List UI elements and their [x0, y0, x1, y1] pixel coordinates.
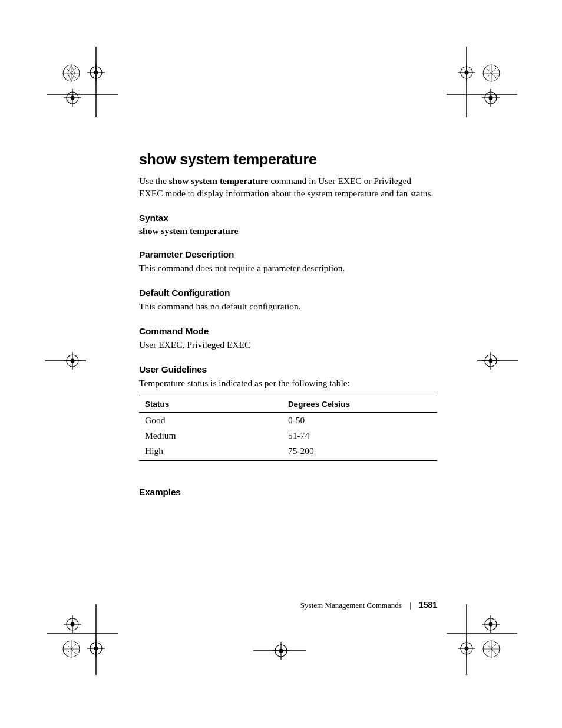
registration-rosette-icon — [482, 640, 501, 658]
registration-target-icon — [87, 640, 105, 657]
registration-rosette-icon — [62, 64, 81, 83]
intro-paragraph: Use the show system temperature command … — [139, 175, 437, 200]
registration-target-icon — [458, 64, 475, 81]
guidelines-heading: User Guidelines — [139, 364, 437, 375]
footer-chapter: System Management Commands — [300, 601, 402, 610]
registration-target-icon — [272, 642, 290, 660]
page-footer: System Management Commands | 1581 — [139, 600, 437, 610]
registration-mark-icon — [88, 47, 104, 117]
cell-status: High — [139, 443, 282, 461]
registration-mark-icon — [458, 47, 475, 117]
examples-heading: Examples — [139, 487, 437, 498]
syntax-command: show system temperature — [139, 226, 437, 236]
command-title: show system temperature — [139, 151, 437, 168]
table-row: Medium 51-74 — [139, 428, 437, 443]
footer-page-number: 1581 — [419, 600, 437, 610]
registration-mark-icon — [47, 86, 118, 103]
cell-degrees: 75-200 — [282, 443, 437, 461]
table-header-status: Status — [139, 396, 282, 412]
registration-target-icon — [482, 352, 500, 370]
svg-line-8 — [68, 65, 71, 73]
default-body: This command has no default configuratio… — [139, 301, 437, 313]
intro-command: show system temperature — [169, 176, 268, 186]
mode-heading: Command Mode — [139, 326, 437, 337]
table-header-degrees: Degrees Celsius — [282, 396, 437, 412]
syntax-heading: Syntax — [139, 213, 437, 223]
registration-target-icon — [458, 640, 475, 657]
cell-degrees: 0-50 — [282, 412, 437, 428]
temperature-table: Status Degrees Celsius Good 0-50 Medium … — [139, 396, 437, 461]
table-header-row: Status Degrees Celsius — [139, 396, 437, 412]
registration-rosette-icon — [62, 640, 81, 658]
cell-degrees: 51-74 — [282, 428, 437, 443]
table-row: Good 0-50 — [139, 412, 437, 428]
guidelines-body: Temperature status is indicated as per t… — [139, 377, 437, 390]
registration-rosette-icon — [482, 64, 501, 83]
registration-target-icon — [87, 64, 105, 81]
intro-prefix: Use the — [139, 176, 169, 186]
page-content: show system temperature Use the show sys… — [139, 151, 437, 500]
svg-line-7 — [71, 65, 75, 73]
parameter-heading: Parameter Description — [139, 249, 437, 260]
default-heading: Default Configuration — [139, 288, 437, 298]
registration-target-icon — [64, 352, 81, 370]
registration-mark-icon — [47, 625, 118, 641]
parameter-body: This command does not require a paramete… — [139, 262, 437, 275]
registration-target-icon — [64, 89, 81, 107]
registration-target-icon — [482, 89, 500, 107]
cell-status: Good — [139, 412, 282, 428]
cell-status: Medium — [139, 428, 282, 443]
table-row: High 75-200 — [139, 443, 437, 461]
mode-body: User EXEC, Privileged EXEC — [139, 339, 437, 351]
svg-line-10 — [68, 73, 71, 81]
registration-target-icon — [482, 615, 500, 633]
footer-separator: | — [409, 601, 411, 610]
svg-line-9 — [71, 73, 75, 81]
registration-target-icon — [64, 615, 81, 633]
